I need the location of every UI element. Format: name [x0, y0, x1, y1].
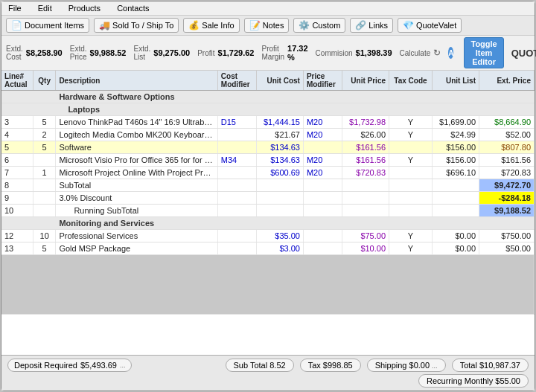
row6-unit-price: $161.56: [342, 154, 389, 167]
calculate-group: Calculate ↻: [400, 48, 441, 58]
tax-label: Tax: [308, 361, 321, 370]
sold-to-icon: 🚚: [99, 20, 110, 30]
row13-cost-mod: [217, 242, 256, 255]
row6-qty: [33, 154, 55, 167]
row6-tax: Y: [389, 154, 433, 167]
row5-tax: [389, 141, 433, 154]
row3-unit-cost: $1,444.15: [256, 116, 303, 129]
a-badge[interactable]: A: [448, 47, 453, 59]
running-subtotal-row: 10 Running SubTotal $9,188.52: [1, 205, 535, 217]
row4-price-mod: M20: [303, 129, 342, 141]
row7-unit-price: $720.83: [342, 167, 389, 179]
menu-contacts[interactable]: Contacts: [115, 3, 151, 13]
links-icon: 🔗: [355, 20, 366, 30]
items-table: Line#Actual Qty Description CostModifier…: [1, 71, 535, 315]
table-row: 13 5 Gold MSP Package $3.00 $10.00 Y $0.…: [1, 242, 535, 255]
commission-group: Commision $1,398.39: [316, 48, 392, 57]
table-row: 12 10 Professional Services $35.00 $75.0…: [1, 230, 535, 242]
row7-cost-mod: [217, 167, 256, 179]
table-header-row: Line#Actual Qty Description CostModifier…: [1, 71, 535, 91]
menu-bar: File Edit Products Contacts: [1, 1, 535, 16]
section-monitoring: Monitoring and Services: [1, 217, 535, 230]
profit-group: Profit $1,729.62: [197, 48, 254, 57]
row10-ext-price: $9,188.52: [479, 205, 535, 217]
quote-valet-btn[interactable]: 💎 QuoteValet: [398, 18, 462, 33]
footer-row-2: Recurring Monthly $55.00: [7, 374, 529, 388]
row3-line: 3: [1, 116, 33, 129]
deposit-btn[interactable]: Deposit Required $5,493.69 ...: [7, 359, 132, 372]
row13-price-mod: [303, 242, 342, 255]
sold-to-btn[interactable]: 🚚 Sold To / Ship To: [94, 18, 179, 33]
row13-unit-list: $0.00: [432, 242, 479, 255]
refresh-icon[interactable]: ↻: [433, 48, 441, 58]
document-items-btn[interactable]: 📄 Document Items: [6, 18, 89, 33]
row9-ext-price: -$284.18: [479, 192, 535, 205]
tax-btn[interactable]: Tax $998.85: [300, 359, 361, 372]
row5-ext-price: $807.80: [479, 141, 535, 154]
row3-price-mod: M20: [303, 116, 342, 129]
footer-bar: Deposit Required $5,493.69 ... Sub Total…: [1, 355, 535, 391]
empty-row: [1, 255, 535, 315]
row3-unit-list: $1,699.00: [432, 116, 479, 129]
notes-btn[interactable]: 📝 Notes: [244, 18, 290, 33]
deposit-dots: ...: [120, 362, 126, 369]
document-items-icon: 📄: [11, 20, 22, 30]
row12-unit-list: $0.00: [432, 230, 479, 242]
row6-ext-price: $161.56: [479, 154, 535, 167]
col-header-qty: Qty: [33, 71, 55, 91]
row13-unit-cost: $3.00: [256, 242, 303, 255]
row13-ext-price: $50.00: [479, 242, 535, 255]
ext-cost-label: Extd. Cost: [6, 45, 23, 61]
table-container: Line#Actual Qty Description CostModifier…: [1, 71, 535, 355]
ext-cost-val: $8,258.90: [26, 48, 63, 57]
row6-line: 6: [1, 154, 33, 167]
row4-unit-list: $24.99: [432, 129, 479, 141]
row4-tax: Y: [389, 129, 433, 141]
subtotal-btn[interactable]: Sub Total 8.52: [226, 359, 294, 372]
table-row: 6 Microsoft Visio Pro for Office 365 for…: [1, 154, 535, 167]
row13-unit-price: $10.00: [342, 242, 389, 255]
discount-row: 9 3.0% Discount -$284.18: [1, 192, 535, 205]
total-val: $10,987.37: [479, 361, 520, 370]
shipping-btn[interactable]: Shipping $0.00 ...: [367, 359, 446, 372]
ext-price-group: Extd. Price $9,988.52: [70, 45, 127, 61]
row5-cost-mod: [217, 141, 256, 154]
total-btn[interactable]: Total $10,987.37: [452, 359, 529, 372]
menu-edit[interactable]: Edit: [36, 3, 54, 13]
sale-info-btn[interactable]: 💰 Sale Info: [183, 18, 239, 33]
ext-price-val: $9,988.52: [90, 48, 127, 57]
row7-tax: [389, 167, 433, 179]
row7-line: 7: [1, 167, 33, 179]
row4-cost-mod: [217, 129, 256, 141]
row4-desc: Logitech Media Combo MK200 Keyboard and …: [56, 129, 217, 141]
table-row: 3 5 Lenovo ThinkPad T460s 14" 16:9 Ultra…: [1, 116, 535, 129]
menu-file[interactable]: File: [6, 3, 24, 13]
deposit-val: $5,493.69: [80, 361, 117, 370]
row7-unit-list: $696.10: [432, 167, 479, 179]
row6-unit-list: $156.00: [432, 154, 479, 167]
row9-line: 9: [1, 192, 33, 205]
row6-unit-cost: $134.63: [256, 154, 303, 167]
recurring-val: $55.00: [495, 376, 520, 385]
row3-desc: Lenovo ThinkPad T460s 14" 16:9 Ultrabook…: [56, 116, 217, 129]
row3-cost-mod: D15: [217, 116, 256, 129]
row9-qty: [33, 192, 55, 205]
links-btn[interactable]: 🔗 Links: [350, 18, 393, 33]
recurring-btn[interactable]: Recurring Monthly $55.00: [418, 374, 529, 388]
col-header-desc: Description: [56, 71, 217, 91]
row4-unit-cost: $21.67: [256, 129, 303, 141]
shipping-dots: ...: [432, 362, 438, 370]
row5-unit-list: $156.00: [432, 141, 479, 154]
row12-tax: Y: [389, 230, 433, 242]
col-header-unit-list: Unit List: [432, 71, 479, 91]
deposit-label: Deposit Required: [14, 361, 77, 370]
profit-margin-label: Profit Margin: [261, 45, 284, 61]
toggle-item-editor-btn[interactable]: Toggle Item Editor: [464, 37, 503, 68]
row12-unit-cost: $35.00: [256, 230, 303, 242]
sale-info-icon: 💰: [188, 20, 200, 30]
custom-btn[interactable]: ⚙️ Custom: [293, 18, 345, 33]
menu-products[interactable]: Products: [66, 3, 103, 13]
col-header-ext-price: Ext. Price: [479, 71, 535, 91]
profit-label: Profit: [197, 49, 214, 57]
commission-label: Commision: [316, 49, 353, 57]
